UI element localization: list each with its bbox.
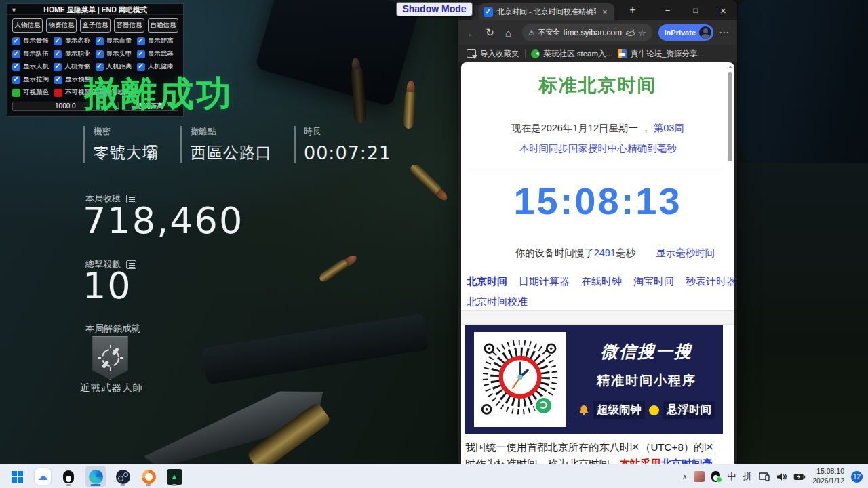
nav-link-stopwatch[interactable]: 秒表计时器 [686, 275, 736, 288]
new-tab-button[interactable] [625, 4, 640, 16]
taskbar-cloud-app[interactable] [34, 466, 52, 487]
taskbar-edge-app-active[interactable] [85, 466, 106, 487]
invisible-color-swatch[interactable] [54, 89, 62, 97]
nav-link-date-calculator[interactable]: 日期计算器 [519, 275, 570, 288]
url-text[interactable]: time.syiban.com [563, 28, 622, 37]
delta-force-icon [167, 469, 182, 485]
info-button-box[interactable]: 盒子信息 [80, 18, 111, 33]
color-label: 可视颜色 [23, 88, 49, 97]
wechat-miniprogram-banner[interactable]: 微信搜一搜 精准时间小程序 超级闹钟 悬浮时间 [465, 325, 723, 434]
kills-value: 10 [83, 264, 132, 307]
bullet [408, 162, 444, 197]
taskbar-qq-app[interactable] [60, 466, 77, 487]
checkbox-checked-icon[interactable] [54, 50, 62, 58]
tracking-prevention-icon[interactable] [625, 28, 635, 37]
checkbox-checked-icon[interactable] [96, 37, 104, 45]
nav-link-time-calibration[interactable]: 北京时间校准 [467, 296, 528, 307]
info-button-person[interactable]: 人物信息 [12, 18, 43, 33]
nav-link-taobao-time[interactable]: 淘宝时间 [633, 275, 674, 288]
caiwan-site-icon [531, 49, 540, 58]
show-milliseconds-link[interactable]: 显示毫秒时间 [656, 247, 715, 258]
checkbox-checked-icon[interactable] [137, 50, 145, 58]
taskbar-steam-app[interactable] [114, 466, 132, 487]
tray-clock[interactable]: 15:08:10 2026/1/12 [812, 467, 844, 485]
ime-pinyin-indicator[interactable]: 拼 [743, 470, 753, 483]
page-scrollbar-thumb[interactable] [728, 72, 732, 161]
nav-link-beijing-time[interactable]: 北京时间 [467, 275, 507, 288]
zhenniu-site-icon [618, 49, 627, 58]
home-button[interactable] [500, 27, 516, 39]
maximize-button[interactable] [682, 0, 709, 20]
info-button-container[interactable]: 容器信息 [114, 18, 144, 33]
refresh-button[interactable] [482, 26, 498, 39]
browser-tab[interactable]: 北京时间 - 北京时间校准精确到毫 [479, 3, 614, 20]
taskbar-tray: 中 拼 15:08:10 2026/1/12 12 [682, 464, 863, 488]
address-bar[interactable]: 不安全 time.syiban.com [522, 24, 652, 41]
bookmark-zhenniu[interactable]: 真牛论坛_资源分享... [618, 49, 704, 59]
start-button[interactable] [8, 466, 26, 487]
favorite-star-icon[interactable] [638, 28, 646, 38]
tab-close-icon[interactable] [600, 7, 610, 17]
sync-source-link[interactable]: 本时间同步国家授时中心精确到毫秒 [519, 143, 677, 154]
collapse-caret-icon[interactable] [11, 4, 17, 16]
back-button[interactable] [464, 27, 479, 39]
delay-prefix: 你的设备时间慢了 [515, 247, 594, 258]
weapon-magazine-shape [254, 0, 419, 107]
inprivate-badge[interactable]: InPrivate [658, 24, 713, 41]
scrollbar-up-arrow[interactable] [728, 64, 733, 70]
checkbox-checked-icon[interactable] [12, 63, 20, 71]
not-secure-warning-icon [528, 28, 535, 37]
checkbox-checked-icon[interactable] [12, 37, 20, 45]
minimize-button[interactable] [654, 0, 682, 20]
week-link[interactable]: 第03周 [654, 123, 684, 134]
edge-icon [89, 470, 103, 484]
bookmark-label: 菜玩社区 steam入... [544, 49, 613, 59]
checkbox-label: 显示血量 [106, 37, 132, 45]
mission-item: 時長 00:07:21 [294, 126, 391, 163]
banner-badges-row: 超级闹钟 悬浮时间 [578, 401, 715, 419]
mission-value: 零號大壩 [94, 142, 159, 163]
checkbox-checked-icon[interactable] [12, 76, 20, 84]
ime-language-indicator[interactable]: 中 [727, 470, 736, 483]
achievement-name: 近戰武器大師 [80, 382, 143, 394]
cast-device-icon[interactable] [759, 472, 770, 481]
settings-menu-button[interactable] [716, 26, 732, 39]
taskbar-deltaforce-app[interactable] [165, 466, 183, 487]
checkbox-checked-icon[interactable] [54, 76, 62, 84]
evacuation-success-banner: 撤離成功 [84, 70, 233, 118]
mission-value: 西區公路口 [191, 142, 272, 163]
shadow-mode-tooltip[interactable]: Shadow Mode [396, 2, 473, 16]
close-button[interactable] [709, 0, 737, 20]
checkbox-checked-icon[interactable] [96, 50, 104, 58]
speaker-icon[interactable] [776, 472, 787, 481]
mission-duration: 00:07:21 [304, 142, 391, 163]
tray-qq-icon[interactable] [711, 471, 720, 482]
notification-count-badge[interactable]: 12 [851, 471, 863, 483]
beijing-clock: 15:08:13 [461, 179, 734, 223]
checkbox-checked-icon[interactable] [137, 37, 145, 45]
taskbar-wegame-app[interactable] [140, 466, 157, 487]
checkbox-checked-icon[interactable] [54, 63, 62, 71]
web-page: 标准北京时间 现在是2026年1月12日星期一 ， 第03周 本时间同步国家授时… [461, 62, 734, 464]
achievement-section-label: 本局解鎖成就 [85, 323, 140, 335]
tray-avatar-icon[interactable] [694, 471, 705, 482]
battery-icon[interactable] [793, 473, 806, 481]
info-button-loot[interactable]: 物资信息 [46, 18, 77, 33]
nav-link-online-clock[interactable]: 在线时钟 [581, 275, 622, 288]
visible-color-swatch[interactable] [12, 89, 20, 97]
bullet [317, 257, 351, 284]
bell-icon [578, 405, 589, 415]
checkbox-checked-icon[interactable] [137, 63, 145, 71]
banner-badge-alarm: 超级闹钟 [593, 401, 645, 419]
hidden-icons-chevron[interactable] [682, 473, 687, 481]
info-button-aim[interactable]: 自瞄信息 [148, 18, 178, 33]
steam-icon [116, 470, 130, 484]
bookmark-import[interactable]: 导入收藏夹 [467, 49, 519, 59]
bookmark-caiwan[interactable]: 菜玩社区 steam入... [531, 49, 613, 59]
checkbox-checked-icon[interactable] [12, 50, 20, 58]
checkbox-checked-icon[interactable] [54, 37, 62, 45]
melee-crosshair-icon [97, 344, 124, 371]
security-label: 不安全 [538, 28, 560, 37]
cheat-menu-header[interactable]: HOME 显隐菜单 | END 网吧模式 [7, 4, 183, 15]
checkbox-checked-icon[interactable] [96, 63, 104, 71]
